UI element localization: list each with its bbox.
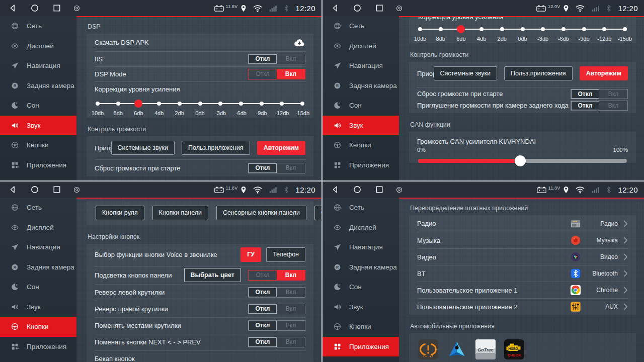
gain-slider[interactable]	[418, 25, 627, 33]
sidebar-item-buttons[interactable]: Кнопки	[0, 135, 76, 155]
toggle-off-option[interactable]: Откл	[249, 54, 277, 64]
iis-toggle[interactable]: ОтклВкл	[248, 54, 305, 64]
back-icon[interactable]	[8, 185, 17, 194]
toggle-off-option[interactable]: Откл	[571, 89, 599, 99]
download-dsp-row[interactable]: Скачать DSP APK	[95, 34, 305, 51]
sidebar-item-sleep[interactable]: Сон	[323, 96, 399, 116]
tpms-app-icon[interactable]	[418, 339, 438, 359]
toggle-off-option[interactable]: Откл	[249, 321, 277, 330]
gotrec-app-icon[interactable]: GoTrec	[475, 339, 496, 359]
sidebar-item-sound[interactable]: Звук	[323, 116, 399, 136]
dsp-mode-toggle[interactable]: ОтклВкл	[248, 69, 305, 79]
sidebar-item-rear-camera[interactable]: Задняя камера	[323, 76, 399, 96]
reverse-right-toggle[interactable]: ОтклВкл	[248, 304, 305, 314]
gain-stop[interactable]	[260, 102, 264, 106]
sidebar-item-sound[interactable]: Звук	[323, 297, 399, 317]
gain-slider[interactable]	[96, 100, 304, 108]
sidebar-item-rear-camera[interactable]: Задняя камера	[0, 257, 76, 278]
sidebar-item-apps[interactable]: Приложения	[323, 155, 399, 175]
toggle-off-option[interactable]: Откл	[249, 69, 277, 79]
sidebar-item-navigation[interactable]: Навигация	[0, 237, 76, 257]
gain-stop[interactable]	[561, 27, 566, 31]
sidebar-item-sound[interactable]: Звук	[0, 116, 76, 136]
toggle-on-option[interactable]: Вкл	[277, 304, 305, 314]
toggle-off-option[interactable]: Откл	[249, 270, 277, 280]
sidebar-item-sleep[interactable]: Сон	[0, 96, 76, 116]
priority-system-button[interactable]: Системные звуки	[111, 141, 175, 155]
sidebar-item-buttons[interactable]: Кнопки	[323, 135, 399, 155]
recents-icon[interactable]	[52, 4, 61, 13]
gain-stop[interactable]	[439, 27, 443, 31]
sidebar-item-display[interactable]: Дисплей	[0, 218, 76, 238]
home-icon[interactable]	[353, 4, 362, 13]
toggle-on-option[interactable]: Вкл	[599, 101, 627, 110]
custom-app-2-row[interactable]: Пользовательское приложение 2 AUX	[417, 298, 628, 315]
toggle-off-option[interactable]: Откл	[571, 101, 599, 110]
record-icon[interactable]	[395, 186, 403, 194]
gain-stop[interactable]	[178, 102, 182, 106]
gain-stop[interactable]	[602, 27, 606, 31]
record-icon[interactable]	[395, 5, 403, 12]
sidebar-item-rear-camera[interactable]: Задняя камера	[0, 76, 76, 96]
gain-stop[interactable]	[218, 102, 222, 106]
priority-auto-button[interactable]: Авторежим	[257, 141, 305, 155]
sidebar-item-network[interactable]: Сеть	[323, 16, 399, 36]
tv-sensor-tab[interactable]: Сенсор ТВ (IO)	[314, 206, 321, 220]
sidebar-item-display[interactable]: Дисплей	[0, 36, 76, 56]
sidebar-item-sound[interactable]: Звук	[0, 297, 76, 317]
sidebar-item-display[interactable]: Дисплей	[323, 218, 399, 238]
backlight-toggle[interactable]: ОтклВкл	[248, 270, 305, 281]
bt-remap-row[interactable]: BT Bluetooth	[417, 265, 628, 282]
toggle-on-option[interactable]: Вкл	[277, 69, 305, 79]
gain-slider-handle[interactable]	[457, 25, 465, 33]
back-icon[interactable]	[331, 4, 340, 13]
gain-stop[interactable]	[198, 102, 202, 106]
gain-stop[interactable]	[500, 27, 504, 31]
voice-phone-button[interactable]: Телефон	[266, 247, 305, 262]
panel-buttons-tab[interactable]: Кнопки панели	[152, 206, 208, 220]
radio-remap-row[interactable]: Радио Радио	[417, 215, 628, 232]
sidebar-item-buttons[interactable]: Кнопки	[0, 317, 76, 337]
can-slider-handle[interactable]	[515, 155, 526, 166]
priority-system-button[interactable]: Системные звуки	[434, 66, 498, 81]
sidebar-item-network[interactable]: Сеть	[323, 198, 399, 218]
gain-stop[interactable]	[418, 27, 422, 31]
gain-stop[interactable]	[623, 27, 627, 31]
back-icon[interactable]	[331, 185, 340, 194]
touch-panel-buttons-tab[interactable]: Сенсорные кнопки панели	[216, 206, 306, 220]
gain-stop[interactable]	[521, 27, 525, 31]
record-icon[interactable]	[73, 186, 80, 194]
home-icon[interactable]	[353, 185, 362, 194]
sidebar-item-display[interactable]: Дисплей	[323, 36, 399, 56]
volume-reset-toggle[interactable]: ОтклВкл	[571, 89, 628, 99]
gain-stop[interactable]	[479, 27, 484, 31]
sidebar-item-navigation[interactable]: Навигация	[323, 237, 399, 257]
priority-auto-button[interactable]: Авторежим	[580, 66, 628, 81]
pick-color-button[interactable]: Выбрать цвет	[184, 268, 241, 283]
toggle-on-option[interactable]: Вкл	[277, 321, 305, 330]
priority-userapps-button[interactable]: Польз.приложения	[182, 141, 250, 155]
recents-icon[interactable]	[375, 185, 384, 194]
sidebar-item-network[interactable]: Сеть	[0, 16, 76, 36]
voice-headunit-button[interactable]: ГУ	[240, 247, 261, 262]
sidebar-item-apps[interactable]: Приложения	[323, 337, 399, 357]
sidebar-item-sleep[interactable]: Сон	[323, 277, 399, 297]
toggle-off-option[interactable]: Откл	[249, 337, 277, 347]
wheel-buttons-tab[interactable]: Кнопки руля	[96, 206, 144, 220]
buttons-backup-row[interactable]: Бекап кнопок	[95, 350, 305, 362]
toggle-on-option[interactable]: Вкл	[277, 163, 305, 173]
toggle-on-option[interactable]: Вкл	[277, 337, 305, 347]
sidebar-item-sleep[interactable]: Сон	[0, 277, 76, 297]
toggle-on-option[interactable]: Вкл	[599, 89, 627, 99]
swap-knobs-toggle[interactable]: ОтклВкл	[248, 320, 305, 331]
toggle-on-option[interactable]: Вкл	[277, 270, 305, 280]
toggle-off-option[interactable]: Откл	[249, 304, 277, 314]
back-icon[interactable]	[8, 4, 17, 13]
reverse-left-toggle[interactable]: ОтклВкл	[248, 287, 305, 298]
toggle-off-option[interactable]: Откл	[249, 163, 277, 173]
gain-stop[interactable]	[96, 102, 100, 106]
toggle-off-option[interactable]: Откл	[249, 288, 277, 297]
recents-icon[interactable]	[52, 185, 61, 194]
camera-mute-toggle[interactable]: ОтклВкл	[571, 101, 628, 111]
gain-stop[interactable]	[541, 27, 545, 31]
